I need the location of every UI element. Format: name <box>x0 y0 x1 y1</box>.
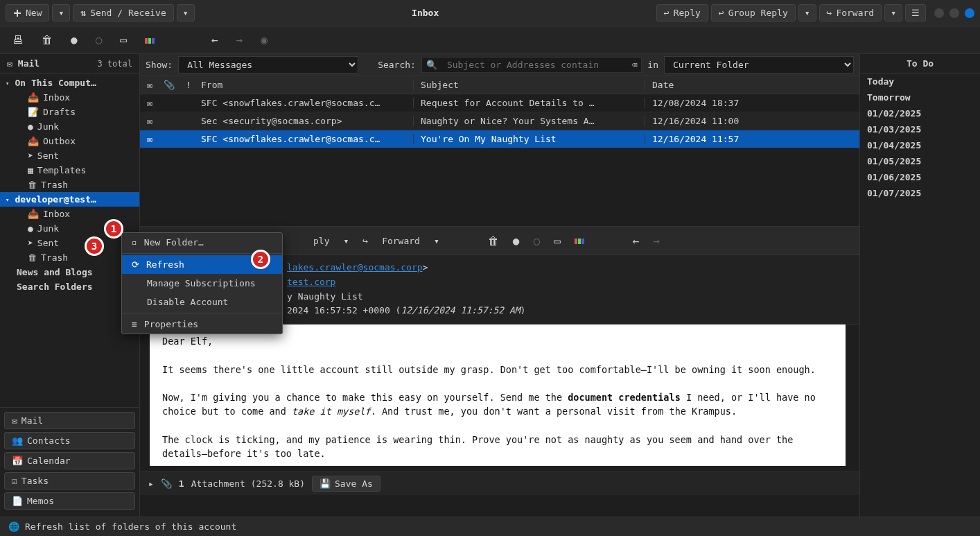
col-attachment-icon[interactable]: 📎 <box>159 80 179 90</box>
prev-icon[interactable]: ← <box>633 234 640 248</box>
todo-item[interactable]: 01/05/2025 <box>860 153 980 169</box>
back-icon[interactable]: ← <box>211 33 218 46</box>
message-row[interactable]: ✉ Sec <security@socmas.corp> Naughty or … <box>140 112 859 130</box>
group-reply-dropdown[interactable]: ▾ <box>798 4 816 21</box>
chevron-down-icon[interactable]: ▾ <box>434 236 439 246</box>
junk-icon[interactable]: ● <box>71 33 78 46</box>
folder-drafts[interactable]: 📝Drafts <box>0 105 139 119</box>
send-receive-button[interactable]: ⇅ Send / Receive <box>73 4 173 21</box>
forward-dropdown[interactable]: ▾ <box>884 4 902 21</box>
body-line: Now, I'm giving you a chance to make thi… <box>162 390 833 419</box>
next-icon[interactable]: → <box>653 234 660 248</box>
todo-item[interactable]: 01/02/2025 <box>860 105 980 121</box>
to-link[interactable]: test.corp <box>287 277 335 287</box>
new-dropdown[interactable]: ▾ <box>52 4 70 21</box>
clear-icon[interactable]: ⌫ <box>632 60 638 70</box>
sidebar-count: 3 total <box>97 59 132 69</box>
nav-calendar[interactable]: 📅Calendar <box>4 452 135 469</box>
folder-inbox[interactable]: 📥Inbox <box>0 90 139 105</box>
chevron-right-icon[interactable]: ▸ <box>148 478 154 489</box>
body-line: Dear Elf, <box>162 334 833 348</box>
todo-item[interactable]: Tomorrow <box>860 89 980 105</box>
folder-junk[interactable]: ●Junk <box>0 119 139 134</box>
nav-contacts[interactable]: 👥Contacts <box>4 432 135 449</box>
message-row[interactable]: ✉ SFC <snowflakes.crawler@socmas.c… You'… <box>140 130 859 148</box>
attachment-label: Attachment (252.8 kB) <box>191 478 305 489</box>
menu-manage-subscriptions[interactable]: Manage Subscriptions <box>122 274 282 293</box>
archive-icon[interactable]: ▭ <box>120 33 127 46</box>
body-line: The clock is ticking, and my patience is… <box>162 433 833 461</box>
in-label: in <box>647 60 658 70</box>
folder-outbox[interactable]: 📤Outbox <box>0 134 139 148</box>
svg-rect-2 <box>145 38 148 44</box>
menu-disable-account[interactable]: Disable Account <box>122 293 282 311</box>
message-list: ✉ SFC <snowflakes.crawler@socmas.c… Requ… <box>140 94 859 226</box>
nav-tasks[interactable]: ☑Tasks <box>4 472 135 490</box>
window-controls <box>934 8 974 18</box>
trash-icon[interactable]: 🗑 <box>488 234 499 248</box>
not-junk-icon[interactable]: ○ <box>533 234 540 248</box>
trash-folder-icon: 🗑 <box>28 180 37 190</box>
preview-forward-label[interactable]: Forward <box>382 236 420 246</box>
junk-icon[interactable]: ● <box>513 234 520 248</box>
todo-item[interactable]: 01/07/2025 <box>860 185 980 201</box>
nav-mail[interactable]: ✉Mail <box>4 412 135 429</box>
send-receive-dropdown[interactable]: ▾ <box>177 4 195 21</box>
todo-item[interactable]: 01/03/2025 <box>860 121 980 137</box>
folder-templates[interactable]: ▦Templates <box>0 163 139 178</box>
forward-button[interactable]: ↪ Forward <box>819 4 882 21</box>
folder-trash-2[interactable]: 🗑Trash <box>0 250 139 265</box>
menu-button[interactable]: ☰ <box>905 4 926 21</box>
secondary-toolbar: 🖶 🗑 ● ○ ▭ ← → ◉ <box>0 26 980 54</box>
chevron-down-icon[interactable]: ▾ <box>343 236 349 246</box>
search-input[interactable] <box>441 58 632 72</box>
inbox-icon: 📥 <box>28 92 39 103</box>
search-folders[interactable]: Search Folders <box>0 279 139 294</box>
news-blogs[interactable]: News and Blogs <box>0 265 139 279</box>
account-developer-test[interactable]: ▾ developer@test… <box>0 192 139 207</box>
new-button[interactable]: New <box>6 4 49 21</box>
body-line: It seems there's one little account stil… <box>162 363 833 377</box>
menu-new-folder[interactable]: ▫ New Folder… <box>122 233 282 252</box>
flag-icon[interactable] <box>575 234 584 248</box>
group-reply-button[interactable]: ↩ Group Reply <box>711 4 796 21</box>
show-dropdown[interactable]: All Messages <box>178 56 358 74</box>
todo-item[interactable]: 01/04/2025 <box>860 137 980 153</box>
forward-nav-icon[interactable]: → <box>236 33 243 46</box>
save-as-button[interactable]: 💾Save As <box>312 476 380 492</box>
account-on-this-computer[interactable]: ▾ On This Comput… <box>0 76 139 90</box>
print-icon[interactable]: 🖶 <box>12 33 24 46</box>
context-menu: ▫ New Folder… ⟳ Refresh Manage Subscript… <box>121 232 283 334</box>
nav-memos[interactable]: 📄Memos <box>4 492 135 510</box>
col-subject[interactable]: Subject <box>413 80 645 90</box>
properties-icon: ≡ <box>132 319 137 329</box>
col-from[interactable]: From <box>198 80 413 90</box>
maximize-button[interactable] <box>950 8 959 18</box>
not-junk-icon[interactable]: ○ <box>96 33 103 46</box>
folder-sent-2[interactable]: ➤Sent <box>0 236 139 250</box>
sidebar: ✉ Mail 3 total ▾ On This Comput… 📥Inbox … <box>0 54 140 517</box>
todo-item[interactable]: 01/06/2025 <box>860 169 980 185</box>
archive-icon[interactable]: ▭ <box>554 234 561 248</box>
sent-icon: ➤ <box>28 150 33 161</box>
col-status-icon[interactable]: ✉ <box>140 80 159 90</box>
menu-properties[interactable]: ≡ Properties <box>122 315 282 334</box>
stop-icon[interactable]: ◉ <box>261 33 268 46</box>
minimize-button[interactable] <box>934 8 944 18</box>
mail-icon: ✉ <box>7 58 12 69</box>
from-link[interactable]: lakes.crawler@socmas.corp <box>287 262 423 273</box>
col-date[interactable]: Date <box>645 80 859 90</box>
close-button[interactable] <box>965 8 974 18</box>
preview-reply-label[interactable]: ply <box>313 236 329 246</box>
todo-item[interactable]: Today <box>860 74 980 89</box>
col-importance-icon[interactable]: ! <box>179 80 198 90</box>
todo-panel: To Do Today Tomorrow 01/02/2025 01/03/20… <box>859 54 980 517</box>
trash-icon[interactable]: 🗑 <box>42 33 53 46</box>
folder-sent[interactable]: ➤Sent <box>0 148 139 163</box>
folder-inbox-2[interactable]: 📥Inbox <box>0 207 139 221</box>
flag-icon[interactable] <box>145 33 155 46</box>
message-row[interactable]: ✉ SFC <snowflakes.crawler@socmas.c… Requ… <box>140 94 859 112</box>
scope-dropdown[interactable]: Current Folder <box>664 56 854 74</box>
reply-button[interactable]: ↩ Reply <box>656 4 708 21</box>
folder-trash[interactable]: 🗑Trash <box>0 178 139 192</box>
